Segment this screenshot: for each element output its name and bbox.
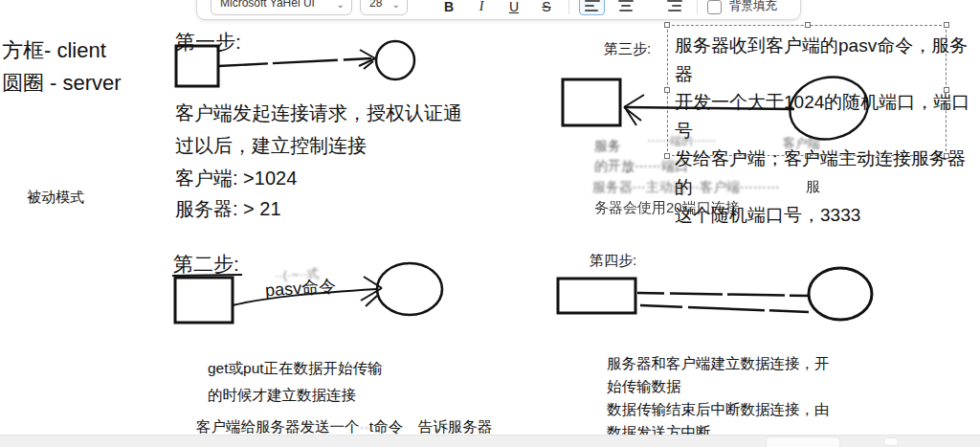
legend-box-label[interactable]: 方框- client: [2, 36, 106, 65]
step4-data-line-top[interactable]: [637, 293, 810, 296]
step1-client-port[interactable]: 客户端: >1024: [175, 162, 297, 194]
step1-title[interactable]: 第一步:: [175, 29, 241, 56]
step1-description[interactable]: 客户端发起连接请求，授权认证通 过以后，建立控制连接: [175, 97, 462, 162]
step3-arrowhead[interactable]: [624, 95, 644, 125]
step2-note2-text: 客户端给服务器发送一个: [196, 418, 360, 435]
format-toolbar: Microsoft YaHei UI ⌄ 28 ⌄ B I U S 背景填充: [196, 0, 801, 20]
italic-button[interactable]: I: [469, 0, 494, 15]
step1-server-circle[interactable]: [376, 41, 414, 79]
step4-data-line-bottom[interactable]: [640, 305, 809, 312]
underline-button[interactable]: U: [501, 0, 526, 15]
selection-handle-bottom-left[interactable]: [664, 153, 670, 159]
align-right-button[interactable]: [661, 0, 687, 15]
legend-circle-label[interactable]: 圆圈 - server: [2, 69, 122, 98]
canvas[interactable]: 方框- client 圆圈 - server 被动模式 第一步: 客户端发起连接…: [0, 0, 980, 447]
font-size-select[interactable]: 28 ⌄: [360, 0, 408, 15]
step2-title-underline[interactable]: [172, 275, 242, 276]
align-left-button[interactable]: [579, 0, 605, 15]
font-size-value: 28: [369, 0, 382, 10]
step1-arrow-line[interactable]: [218, 58, 371, 66]
step4-server-circle[interactable]: [809, 268, 872, 320]
step4-title[interactable]: 第四步:: [590, 252, 636, 270]
step2-client-box[interactable]: [175, 278, 233, 323]
chevron-down-icon: ⌄: [392, 0, 400, 10]
selection-handle-middle-left[interactable]: [664, 87, 670, 93]
bottom-bar: [0, 435, 980, 447]
toolbar-divider: [568, 0, 569, 14]
step2-server-circle[interactable]: [377, 263, 442, 315]
step3-textbox-text[interactable]: 服务器收到客户端的pasv命令，服务器 开发一个大于1024的随机端口，端口号 …: [675, 32, 980, 230]
align-center-button[interactable]: [612, 0, 638, 15]
font-family-select[interactable]: Microsoft YaHei UI ⌄: [211, 0, 352, 15]
step3-erased-text[interactable]: 服务: [594, 138, 621, 155]
step1-server-port[interactable]: 服务器: > 21: [175, 192, 281, 225]
selection-handle-top-left[interactable]: [664, 22, 670, 28]
step2-note1[interactable]: get或put正在数据开始传输 的时候才建立数据连接: [208, 355, 383, 409]
selection-handle-top-right[interactable]: [944, 22, 949, 28]
bold-button[interactable]: B: [436, 0, 461, 15]
step2-note2-erased-text: ··: [360, 418, 369, 435]
step2-title[interactable]: 第二步:: [173, 251, 239, 278]
step2-note2-text: t命令 告诉服务器: [369, 418, 492, 435]
font-family-value: Microsoft YaHei UI: [220, 0, 315, 10]
selection-handle-top-center[interactable]: [805, 22, 811, 28]
step3-client-box[interactable]: [563, 79, 620, 125]
strikethrough-button[interactable]: S: [534, 0, 559, 15]
background-fill-checkbox[interactable]: [707, 0, 722, 14]
background-fill-label: 背景填充: [729, 0, 777, 15]
passive-mode-label[interactable]: 被动模式: [27, 189, 84, 207]
step3-title[interactable]: 第三步:: [604, 40, 651, 58]
toolbar-divider: [697, 0, 698, 14]
chevron-down-icon: ⌄: [337, 0, 345, 10]
bottom-bar-button[interactable]: [766, 436, 840, 447]
step4-note[interactable]: 服务器和客户端建立数据连接，开 始传输数据 数据传输结束后中断数据连接，由 数据…: [607, 352, 830, 444]
step4-client-box[interactable]: [558, 279, 635, 313]
bottom-bar-pill[interactable]: [883, 437, 899, 446]
